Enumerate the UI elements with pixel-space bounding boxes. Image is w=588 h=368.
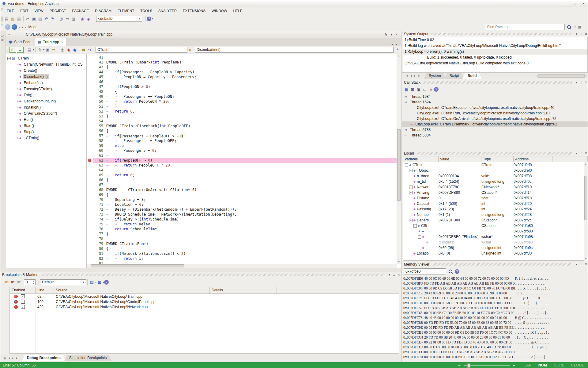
tree-collapse-icon[interactable]: − [418,235,421,239]
scroll-right-icon[interactable]: ▸ [586,74,587,77]
code-line-body[interactable]: 48→{ [93,89,397,94]
code-line-body[interactable]: 76→return ScheduleTime; [93,227,397,232]
tree-item-instation-[interactable]: InStation() [6,104,86,110]
scroll-left-icon[interactable]: ◂ [536,74,537,77]
menu-item-package[interactable]: PACKAGE [69,7,92,14]
scroll-up-icon[interactable]: ▲ [584,163,588,166]
code-line-body[interactable]: 52→return 0; [93,109,397,114]
status-toggle-num[interactable]: NUM [538,363,547,367]
locals-row[interactable]: −Departi0x007DFB80CStation*0x007dff2c [403,217,587,223]
mini-horizontal-scrollbar[interactable]: ◂ ▸ [536,74,587,78]
tab-scroll-right-icon[interactable]: ▸ [396,42,397,46]
locals-row[interactable]: +Networ0x0018F78CCNetwork*0x007dff10 [403,184,587,190]
locals-row[interactable]: 0x60 (96)unsigned int0x007dfb9c [403,245,587,251]
open-icon[interactable] [10,16,16,21]
locals-row[interactable]: Passeng0x17 (23)int0x007dff24 [403,206,587,212]
profile-combo[interactable]: Default▾ [40,279,86,285]
hand-plain-icon[interactable] [16,279,22,285]
panel-close-icon[interactable]: × [398,273,400,277]
menu-item-project[interactable]: PROJECT [47,7,69,14]
breakpoint-gutter[interactable] [87,261,93,264]
save-icon[interactable] [16,16,22,21]
save-icon[interactable] [403,86,409,92]
tree-collapse-icon[interactable]: − [413,224,417,228]
breakpoint-gutter[interactable] [87,143,93,148]
code-line-body[interactable]: 50→→return PeopleON * 20; [93,99,397,104]
code-line-body[interactable]: 83 [93,261,397,264]
code-line-body[interactable]: 66} [93,178,397,182]
model-view-icon[interactable] [85,16,92,21]
tree-item-disembark-int-[interactable]: Disembark(int) [6,74,86,80]
close-icon[interactable] [61,40,63,44]
code-line-body[interactable]: 73→DWORD ScheduleTime = Network->TimeAtS… [93,212,397,217]
code-line-body[interactable]: 59→else [93,143,397,148]
breakpoint-gutter[interactable] [87,182,93,187]
call-stack-thread-row[interactable]: Thread 5384 [402,132,588,138]
breakpoint-gutter[interactable] [87,94,93,99]
breakpoint-count-spinner[interactable]: 3▴▾ [24,279,36,285]
chevron-down-icon[interactable]: ▾ [391,33,392,36]
locals-row[interactable]: Capacit0x1f4 (500)int0x007dff20 [403,201,587,206]
breakpoint-checkbox[interactable] [21,294,25,298]
locals-row[interactable]: +Arriving0x007DFB80CStation*0x007dff14 [403,190,587,195]
window-layout-icon[interactable]: ▤ [578,25,582,29]
start-side-tab[interactable]: Start [1,35,5,42]
horizontal-splitter[interactable] [0,268,401,272]
breakpoint-gutter[interactable] [87,114,93,119]
call-stack-frame-row[interactable]: CityLoop.exe! CTrain.Disembark, c:\vea\c… [402,121,588,127]
breakpoint-gutter[interactable] [87,256,93,261]
code-line-body[interactable]: 63→→return PeopleOFF * 20; [93,163,397,168]
breakpoint-gutter[interactable] [87,124,93,128]
menu-item-tools[interactable]: TOOLS [137,7,155,14]
tree-expand-icon[interactable]: + [409,186,413,189]
tab-prev-icon[interactable]: ◂ [410,74,412,77]
code-line-body[interactable]: 43{ [93,65,397,70]
copy-icon[interactable] [416,86,422,92]
panel-menu-icon[interactable]: ▾ [576,32,577,36]
panel-pin-icon[interactable]: ⊥ [580,263,582,266]
code-line-body[interactable]: 69{ [93,192,397,197]
breakpoint-gutter[interactable] [87,128,93,133]
locals-row[interactable]: Locatio0x0 (0)unsigned int0x007dff30 [403,251,587,256]
breakpoint-gutter[interactable] [87,138,93,143]
editor-vertical-scrollbar[interactable]: ▲ ▼ [397,54,401,264]
properties-icon[interactable] [26,47,32,52]
column-header-type[interactable]: Type [481,156,514,162]
maximize-button[interactable]: □ [571,0,579,7]
forward-button[interactable] [12,24,17,30]
breakpoint-gutter[interactable] [87,133,93,138]
call-stack-frame-row[interactable]: CityLoop.exe! CTrain.OnArrival, c:\vea\c… [402,116,588,121]
new-file-icon[interactable] [4,16,10,21]
code-line-body[interactable]: 44→if(Passengers + PeopleON > Capacity) [93,70,397,75]
scroll-down-icon[interactable]: ▼ [584,257,588,260]
scroll-up-icon[interactable]: ▲ [397,54,401,57]
code-line-body[interactable]: 68DWORD →CTrain::OnArrival( CStation* S) [93,187,397,192]
tree-item-run-[interactable]: Run() [6,117,86,123]
zoom-in-icon[interactable]: + [513,363,515,368]
edit-icon[interactable] [37,47,43,52]
menu-item-analyzer[interactable]: ANALYZER [155,7,180,14]
tree-item--ctrain-[interactable]: ~CTrain() [6,135,86,141]
menu-item-diagram[interactable]: DIAGRAM [92,7,115,14]
locals-row[interactable]: "Flinders"wchar0x007dfbe0 [403,240,587,245]
tree-item-ctrain-cnetwork-ttrainid-int-cs[interactable]: CTrain(CNetwork*, TTrainID, int, CS [6,61,86,67]
breakpoint-gutter[interactable] [87,79,93,84]
call-stack-frame-row[interactable]: CityLoop.exe! CTrain.Run, c:\vea\cityloo… [402,110,588,116]
breakpoint-checkbox[interactable] [21,305,25,309]
status-toggle-cloud[interactable]: CLOUD [571,363,585,367]
menu-item-help[interactable]: HELP [230,7,246,14]
scrollbar-thumb[interactable] [584,176,587,220]
help-icon[interactable] [104,280,109,285]
locals-row[interactable]: −CTrainCTrain0x007dfef0 [403,162,587,168]
status-toggle-cap[interactable]: CAP [523,363,531,367]
tree-item-start-[interactable]: Start() [6,123,86,129]
tab-system[interactable]: System [424,73,446,79]
breakpoint-gutter[interactable] [87,217,93,222]
tab-prev-icon[interactable]: ◂ [9,356,10,359]
menu-item-element[interactable]: ELEMENT [115,7,137,14]
code-area[interactable]: 4142DWORD CTrain::Embark(int PeopleON)43… [87,54,397,264]
find-icon[interactable] [58,16,64,21]
breakpoint-gutter[interactable] [87,89,93,94]
spinner-arrows-icon[interactable]: ▴▾ [32,280,35,285]
breakpoint-gutter[interactable] [87,173,93,178]
